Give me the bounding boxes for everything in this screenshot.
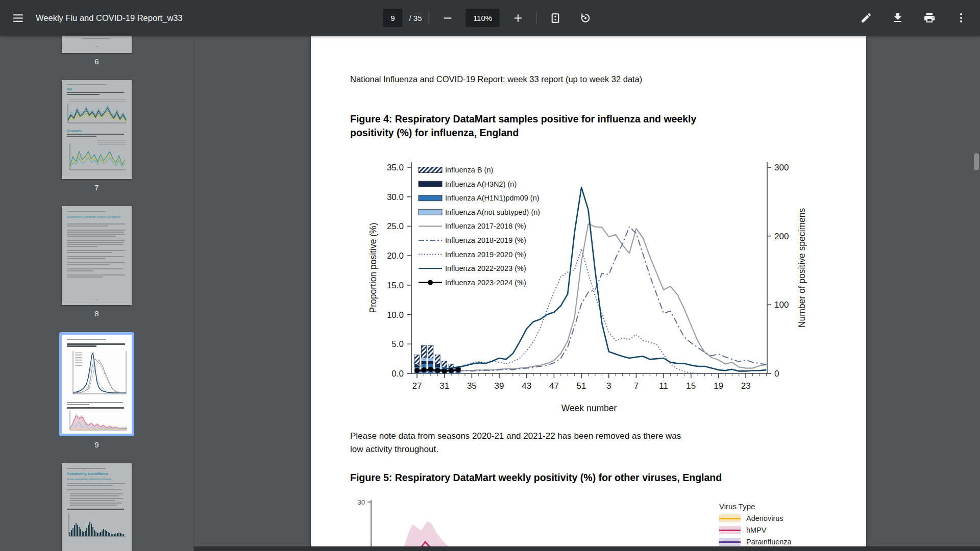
thumbnail-image-7: Age Geography: [62, 80, 132, 179]
page-number-input[interactable]: 9: [383, 9, 402, 27]
thumbnail-page-label: 8: [94, 309, 99, 318]
svg-text:23: 23: [741, 381, 751, 391]
svg-text:39: 39: [495, 381, 504, 391]
page-total-label: / 35: [409, 14, 422, 22]
toolbar-left-group: Weekly Flu and COVID-19 Report_w33: [6, 6, 183, 30]
svg-text:30.0: 30.0: [387, 192, 404, 202]
svg-text:0.0: 0.0: [391, 369, 404, 379]
svg-text:15.0: 15.0: [387, 281, 404, 290]
zoom-out-icon[interactable]: [436, 6, 459, 30]
thumb7-chart-age: [66, 96, 128, 127]
svg-text:20.0: 20.0: [387, 251, 404, 261]
svg-text:200: 200: [774, 232, 789, 241]
svg-text:35.0: 35.0: [387, 163, 404, 172]
svg-text:51: 51: [577, 381, 586, 391]
figure5-legend: Virus Type Adenovirus hMPV Parainfluenza: [719, 502, 842, 549]
thumbnail-image-6: [62, 36, 132, 53]
figure5-title: Figure 5: Respiratory DataMart weekly po…: [350, 471, 722, 485]
vertical-scrollbar-thumb[interactable]: [974, 153, 979, 170]
svg-text:300: 300: [774, 163, 789, 172]
fig4-series-0: [417, 224, 766, 372]
thumbnail-image-8: Respiratory DataMart system (England): [62, 206, 132, 305]
svg-text:Influenza 2023-2024 (%): Influenza 2023-2024 (%): [445, 279, 526, 287]
svg-text:5.0: 5.0: [391, 339, 404, 349]
horizontal-scrollbar[interactable]: [194, 546, 980, 551]
svg-text:Influenza A(H3N2) (n): Influenza A(H3N2) (n): [445, 180, 517, 188]
figure4-chart: 0.05.010.015.020.025.030.035.00100200300…: [311, 158, 866, 444]
thumb9-figure5-mini: [65, 410, 129, 432]
svg-text:19: 19: [714, 381, 723, 391]
svg-text:31: 31: [439, 381, 449, 391]
download-icon[interactable]: [886, 6, 910, 30]
svg-text:Influenza 2017-2018 (%): Influenza 2017-2018 (%): [445, 222, 526, 230]
legend-item-adenovirus: Adenovirus: [719, 514, 842, 522]
svg-text:Influenza 2019-2020 (%): Influenza 2019-2020 (%): [445, 251, 526, 259]
svg-text:Influenza 2022-2023 (%): Influenza 2022-2023 (%): [445, 264, 526, 272]
thumbnail-page-9-selected[interactable]: 9: [59, 332, 134, 449]
thumbnail-page-7[interactable]: Age Geography: [62, 80, 132, 192]
rotate-counterclockwise-icon[interactable]: [574, 6, 597, 30]
svg-text:3: 3: [606, 381, 611, 391]
thumb9-figure4-mini: [65, 348, 129, 400]
svg-text:10.0: 10.0: [387, 310, 404, 320]
svg-text:7: 7: [634, 381, 639, 391]
svg-text:Influenza A(not subtyped) (n): Influenza A(not subtyped) (n): [445, 208, 540, 216]
thumb10-bar-chart: [66, 512, 128, 537]
pdf-toolbar: Weekly Flu and COVID-19 Report_w33 9 / 3…: [0, 0, 980, 36]
page-header-text: National Influenza and COVID-19 Report: …: [350, 74, 642, 84]
fit-to-page-icon[interactable]: [544, 6, 567, 30]
annotate-icon[interactable]: [854, 6, 878, 30]
svg-text:25.0: 25.0: [387, 221, 404, 231]
svg-text:43: 43: [522, 381, 531, 391]
thumbnail-image-10: Community surveillance Acute respiratory…: [62, 463, 132, 551]
thumbnail-list: 6 Age Geography: [0, 36, 193, 551]
note-text: Please note data from seasons 2020-21 an…: [350, 430, 681, 456]
thumbnail-page-6[interactable]: 6: [62, 36, 132, 66]
document-title: Weekly Flu and COVID-19 Report_w33: [36, 13, 183, 23]
svg-text:Week number: Week number: [561, 403, 617, 413]
hmpv-swatch: [719, 526, 741, 534]
zoom-in-icon[interactable]: [506, 6, 530, 30]
thumbnail-selection-border: [59, 332, 134, 436]
thumbnail-page-8[interactable]: Respiratory DataMart system (England) 8: [62, 206, 132, 318]
thumbnail-sidebar: 6 Age Geography: [0, 36, 194, 551]
svg-text:30: 30: [358, 498, 365, 506]
toolbar-divider: [429, 11, 429, 24]
svg-text:35: 35: [467, 381, 477, 391]
svg-text:Influenza 2018-2019 (%): Influenza 2018-2019 (%): [445, 236, 526, 244]
thumbnail-page-label: 9: [94, 440, 99, 449]
toolbar-divider: [536, 11, 537, 24]
menu-icon[interactable]: [6, 6, 30, 30]
svg-text:Influenza B (n): Influenza B (n): [445, 166, 493, 174]
thumbnail-image-9: [62, 335, 132, 434]
svg-text:47: 47: [549, 381, 559, 391]
svg-text:Proportion positive (%): Proportion positive (%): [368, 222, 378, 313]
legend-item-parainfluenza: Parainfluenza: [719, 538, 842, 546]
thumbnail-page-label: 6: [94, 57, 99, 66]
more-options-icon[interactable]: [949, 6, 973, 30]
toolbar-right-group: [854, 6, 973, 30]
parainfluenza-swatch: [719, 538, 741, 546]
svg-text:0: 0: [774, 369, 779, 379]
zoom-level-input[interactable]: 110%: [466, 9, 500, 27]
thumb7-chart-geography: [66, 138, 128, 175]
svg-text:Influenza A(H1N1)pdm09 (n): Influenza A(H1N1)pdm09 (n): [445, 194, 540, 202]
figure5-legend-title: Virus Type: [719, 502, 842, 511]
svg-text:100: 100: [774, 300, 789, 310]
figure4-title: Figure 4: Respiratory DataMart samples p…: [350, 112, 696, 140]
fig4-legend: Influenza B (n)Influenza A(H3N2) (n)Infl…: [419, 166, 540, 287]
svg-text:15: 15: [686, 381, 696, 391]
thumbnail-page-10[interactable]: Community surveillance Acute respiratory…: [62, 463, 132, 551]
document-viewport: National Influenza and COVID-19 Report: …: [194, 36, 980, 551]
toolbar-center-group: 9 / 35 110%: [383, 0, 597, 36]
print-icon[interactable]: [918, 6, 941, 30]
legend-item-hmpv: hMPV: [719, 526, 842, 534]
thumbnail-page-label: 7: [94, 183, 99, 192]
svg-text:Number of positive specimens: Number of positive specimens: [797, 208, 807, 328]
fig4-series-1: [417, 227, 766, 372]
pdf-page-9: National Influenza and COVID-19 Report: …: [311, 36, 866, 551]
svg-text:11: 11: [659, 381, 668, 391]
svg-text:27: 27: [412, 381, 422, 391]
adenovirus-swatch: [719, 514, 741, 522]
